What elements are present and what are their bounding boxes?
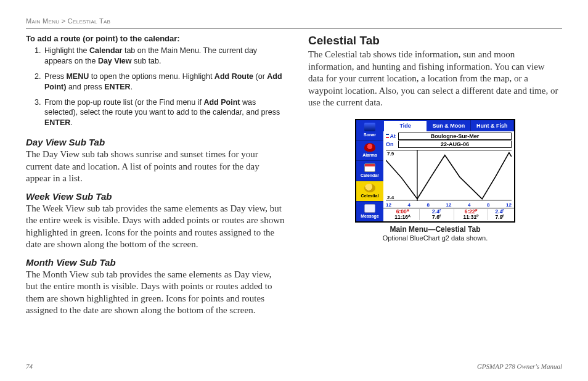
howto-title: To add a route (or point) to the calenda… bbox=[26, 34, 285, 43]
stat-bottom: 11:16ᴬ bbox=[394, 215, 410, 220]
tab-hunt-fish[interactable]: Hunt & Fish bbox=[471, 120, 514, 131]
sidebar-item-celestial[interactable]: Celestial bbox=[356, 181, 383, 202]
howto-steps: Highlight the Calendar tab on the Main M… bbox=[26, 46, 285, 128]
at-label: At bbox=[386, 133, 396, 139]
stat-bottom: 7.6ᶠ bbox=[432, 215, 441, 220]
tide-stat: 6:00ᴬ11:16ᴬ bbox=[386, 209, 420, 220]
flag-icon bbox=[386, 134, 389, 138]
week-view-body: The Week View sub tab provides the same … bbox=[26, 203, 285, 251]
tide-chart: 7.9 2.4 bbox=[386, 150, 512, 201]
sidebar-item-message[interactable]: Message bbox=[356, 202, 383, 221]
tab-tide[interactable]: Tide bbox=[383, 120, 427, 131]
breadcrumb: Main Menu > Celestial Tab bbox=[26, 17, 562, 25]
celestial-title: Celestial Tab bbox=[308, 34, 562, 47]
x-tick: 8 bbox=[427, 202, 430, 208]
x-tick: 8 bbox=[487, 202, 489, 208]
left-column: To add a route (or point) to the calenda… bbox=[26, 34, 285, 317]
day-view-body: The Day View sub tab shows sunrise and s… bbox=[26, 149, 285, 185]
header-rule bbox=[26, 28, 562, 29]
message-icon bbox=[364, 204, 375, 213]
month-view-body: The Month View sub tab provides the same… bbox=[26, 269, 285, 317]
tide-stat: 6:22ᴾ11:31ᴾ bbox=[454, 209, 488, 220]
device-fields: At Boulogne-Sur-Mer On 22-AUG-06 bbox=[383, 131, 514, 149]
on-label: On bbox=[386, 141, 396, 147]
x-ticks: 1248124812 bbox=[383, 202, 514, 208]
week-view-heading: Week View Sub Tab bbox=[26, 191, 285, 202]
breadcrumb-b: Celestial Tab bbox=[68, 17, 110, 25]
sidebar-item-label: Alarms bbox=[362, 153, 377, 157]
sonar-icon bbox=[364, 123, 375, 131]
breadcrumb-a: Main Menu bbox=[26, 17, 59, 25]
device-screen: SonarAlarmsCalendarCelestialMessage Tide… bbox=[355, 119, 515, 223]
calendar-icon bbox=[364, 163, 375, 172]
stat-bottom: 7.9ᶠ bbox=[496, 215, 505, 220]
sidebar-item-alarms[interactable]: Alarms bbox=[356, 141, 383, 161]
x-tick: 4 bbox=[468, 202, 470, 208]
x-tick: 12 bbox=[446, 202, 452, 208]
manual-title: GPSMAP 278 Owner's Manual bbox=[477, 363, 562, 370]
device-tabs: TideSun & MoonHunt & Fish bbox=[383, 120, 514, 131]
page-footer: 74 GPSMAP 278 Owner's Manual bbox=[26, 363, 562, 370]
x-tick: 12 bbox=[386, 202, 391, 208]
sidebar-item-sonar[interactable]: Sonar bbox=[356, 120, 383, 141]
tide-stat: 2.4ᶠ7.9ᶠ bbox=[488, 209, 512, 220]
alarms-icon bbox=[364, 143, 375, 152]
month-view-heading: Month View Sub Tab bbox=[26, 257, 285, 268]
device-main: TideSun & MoonHunt & Fish At Boulogne-Su… bbox=[383, 120, 514, 221]
screenshot-subcaption: Optional BlueChart g2 data shown. bbox=[355, 234, 515, 242]
device-sidebar: SonarAlarmsCalendarCelestialMessage bbox=[356, 120, 383, 221]
page-number: 74 bbox=[26, 363, 33, 370]
celestial-intro: The Celestial tab shows tide information… bbox=[308, 49, 562, 109]
tab-sun-moon[interactable]: Sun & Moon bbox=[427, 120, 470, 131]
at-value[interactable]: Boulogne-Sur-Mer bbox=[398, 133, 512, 140]
x-tick: 12 bbox=[506, 202, 512, 208]
right-column: Celestial Tab The Celestial tab shows ti… bbox=[308, 34, 562, 317]
sidebar-item-label: Calendar bbox=[361, 173, 379, 178]
screenshot-caption: Main Menu—Celestial Tab bbox=[355, 225, 515, 234]
step-1: Highlight the Calendar tab on the Main M… bbox=[43, 46, 285, 67]
day-view-heading: Day View Sub Tab bbox=[26, 137, 285, 147]
celestial-icon bbox=[364, 184, 375, 192]
sidebar-item-calendar[interactable]: Calendar bbox=[356, 161, 383, 181]
device-screenshot: SonarAlarmsCalendarCelestialMessage Tide… bbox=[355, 119, 515, 242]
tide-curve-icon bbox=[386, 150, 512, 201]
x-tick: 4 bbox=[407, 202, 410, 208]
step-3: From the pop-up route list (or the Find … bbox=[43, 97, 285, 129]
sidebar-item-label: Sonar bbox=[364, 133, 376, 137]
sidebar-item-label: Celestial bbox=[361, 194, 379, 198]
tide-stats: 6:00ᴬ11:16ᴬ2.4ᶠ7.6ᶠ6:22ᴾ11:31ᴾ2.4ᶠ7.9ᶠ bbox=[383, 208, 514, 221]
step-2: Press MENU to open the options menu. Hig… bbox=[43, 72, 285, 92]
tide-stat: 2.4ᶠ7.6ᶠ bbox=[420, 209, 454, 220]
breadcrumb-sep: > bbox=[62, 17, 66, 25]
on-value[interactable]: 22-AUG-06 bbox=[398, 141, 512, 148]
sidebar-item-label: Message bbox=[361, 214, 379, 218]
stat-bottom: 11:31ᴾ bbox=[463, 215, 478, 220]
